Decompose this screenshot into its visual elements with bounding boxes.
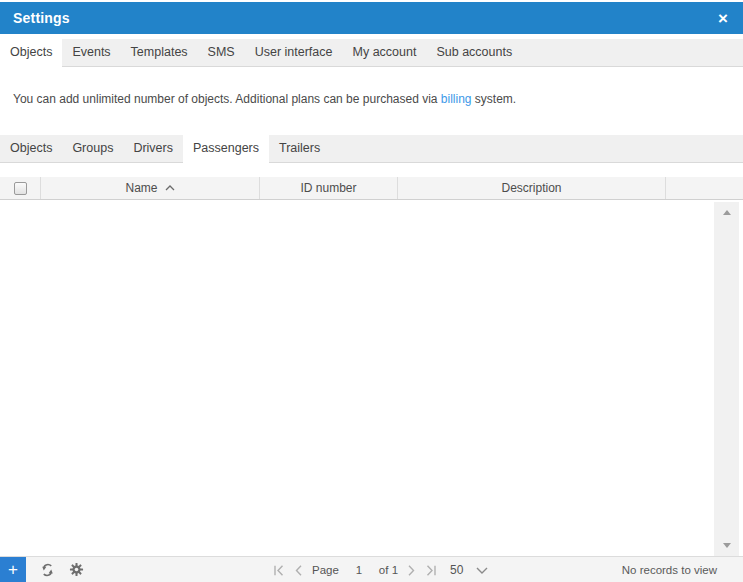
tab-sms[interactable]: SMS xyxy=(198,39,245,67)
tab-events[interactable]: Events xyxy=(62,39,120,67)
tab-my-account[interactable]: My account xyxy=(343,39,427,67)
grid-header: Name ID number Description xyxy=(0,177,743,200)
column-label-description: Description xyxy=(501,181,561,195)
vertical-scrollbar[interactable] xyxy=(714,202,739,556)
tab-sub-accounts[interactable]: Sub accounts xyxy=(426,39,522,67)
page-count-label: of 1 xyxy=(379,564,398,576)
billing-link[interactable]: billing xyxy=(441,92,472,106)
column-header-description[interactable]: Description xyxy=(398,177,666,199)
info-text-before: You can add unlimited number of objects.… xyxy=(13,92,441,106)
chevron-down-icon xyxy=(476,567,488,574)
subtab-groups[interactable]: Groups xyxy=(62,135,123,163)
dialog-title: Settings xyxy=(13,10,70,26)
next-page-icon xyxy=(407,565,416,576)
add-button[interactable]: + xyxy=(0,557,26,582)
column-label-id-number: ID number xyxy=(300,181,356,195)
gear-icon xyxy=(69,562,84,577)
tab-templates[interactable]: Templates xyxy=(121,39,198,67)
tab-objects[interactable]: Objects xyxy=(0,39,62,67)
last-page-button[interactable] xyxy=(425,565,437,576)
subtab-trailers[interactable]: Trailers xyxy=(269,135,330,163)
records-status-label: No records to view xyxy=(622,564,743,576)
subtab-passengers[interactable]: Passengers xyxy=(183,135,269,163)
titlebar: Settings × xyxy=(0,2,743,34)
settings-dialog: Settings × Objects Events Templates SMS … xyxy=(0,0,743,582)
column-header-id-number[interactable]: ID number xyxy=(260,177,398,199)
last-page-icon xyxy=(425,565,437,576)
page-size-dropdown[interactable]: 50 xyxy=(450,563,488,577)
scroll-up-icon[interactable] xyxy=(723,210,731,215)
grid-settings-button[interactable] xyxy=(68,562,84,578)
page-size-value: 50 xyxy=(450,563,463,577)
subtab-drivers[interactable]: Drivers xyxy=(123,135,183,163)
plus-icon: + xyxy=(8,560,18,580)
column-label-name: Name xyxy=(125,181,157,195)
sub-tab-bar: Objects Groups Drivers Passengers Traile… xyxy=(0,135,743,163)
footer-toolbar: + xyxy=(0,556,743,582)
subtab-objects[interactable]: Objects xyxy=(0,135,62,163)
prev-page-icon xyxy=(294,565,303,576)
column-header-empty xyxy=(666,177,743,199)
first-page-button[interactable] xyxy=(273,565,285,576)
column-header-name[interactable]: Name xyxy=(41,177,260,199)
next-page-button[interactable] xyxy=(407,565,416,576)
prev-page-button[interactable] xyxy=(294,565,303,576)
page-number-input[interactable] xyxy=(348,564,370,576)
grid-body xyxy=(0,200,714,556)
select-all-cell xyxy=(0,177,41,199)
pager: Page of 1 50 xyxy=(273,558,488,582)
first-page-icon xyxy=(273,565,285,576)
info-text-after: system. xyxy=(472,92,517,106)
scroll-down-icon[interactable] xyxy=(723,543,731,548)
close-icon[interactable]: × xyxy=(715,8,731,29)
refresh-icon xyxy=(40,562,55,578)
subtab-bar-filler xyxy=(330,135,743,163)
tab-bar-filler xyxy=(522,39,743,67)
select-all-checkbox[interactable] xyxy=(14,182,27,195)
sort-asc-icon xyxy=(165,185,175,191)
info-text: You can add unlimited number of objects.… xyxy=(13,92,723,106)
refresh-button[interactable] xyxy=(39,562,55,578)
page-label: Page xyxy=(312,564,339,576)
main-tab-bar: Objects Events Templates SMS User interf… xyxy=(0,39,743,67)
tab-user-interface[interactable]: User interface xyxy=(245,39,343,67)
